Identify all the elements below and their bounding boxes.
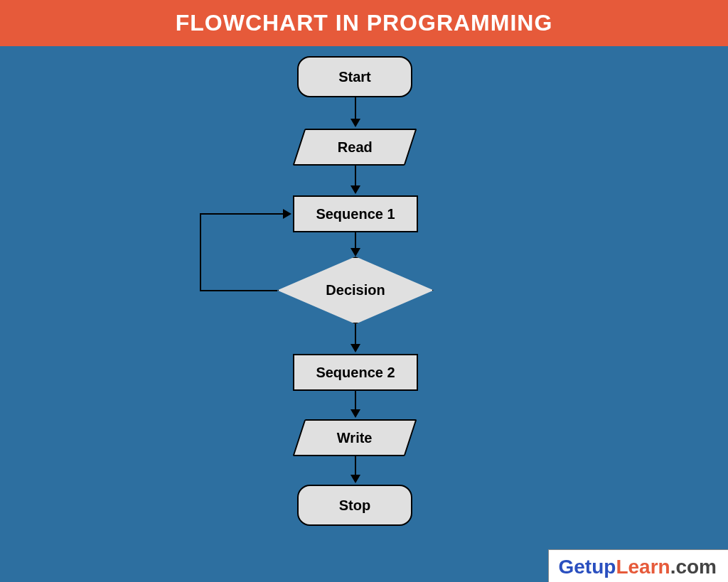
arrowhead-icon xyxy=(350,344,360,352)
arrowhead-icon xyxy=(350,409,360,418)
loop-line xyxy=(200,290,277,291)
arrowhead-icon xyxy=(350,185,360,194)
page-title: FLOWCHART IN PROGRAMMING xyxy=(0,0,728,46)
loop-line xyxy=(200,213,284,215)
node-seq2-label: Sequence 2 xyxy=(316,365,395,381)
node-decision: Decision xyxy=(277,257,434,324)
arrowhead-icon xyxy=(350,119,360,127)
arrow-write-stop xyxy=(355,456,356,476)
loop-line xyxy=(200,213,201,291)
arrowhead-icon xyxy=(350,248,360,257)
node-start-label: Start xyxy=(338,69,371,85)
node-stop-label: Stop xyxy=(339,497,370,514)
watermark: GetupLearn.com xyxy=(548,549,729,582)
node-start: Start xyxy=(297,56,412,97)
node-stop: Stop xyxy=(297,485,412,526)
node-read-label: Read xyxy=(338,139,373,156)
watermark-part1: Getup xyxy=(559,556,616,578)
node-seq1-label: Sequence 1 xyxy=(316,206,395,222)
watermark-part2: Learn xyxy=(616,556,670,578)
node-decision-label: Decision xyxy=(277,257,434,324)
arrow-start-read xyxy=(355,97,356,120)
node-write: Write xyxy=(293,419,417,456)
arrowhead-icon xyxy=(283,209,291,219)
arrowhead-icon xyxy=(350,475,360,483)
watermark-part3: .com xyxy=(670,556,717,578)
node-sequence-2: Sequence 2 xyxy=(293,354,418,391)
flowchart-canvas: Start Read Sequence 1 Decision Sequence … xyxy=(0,46,728,582)
arrow-seq1-decision xyxy=(355,232,356,249)
arrow-decision-seq2 xyxy=(355,324,356,345)
arrow-read-seq1 xyxy=(355,166,356,187)
node-sequence-1: Sequence 1 xyxy=(293,195,418,232)
node-read: Read xyxy=(293,129,417,166)
node-write-label: Write xyxy=(337,430,373,446)
arrow-seq2-write xyxy=(355,391,356,411)
